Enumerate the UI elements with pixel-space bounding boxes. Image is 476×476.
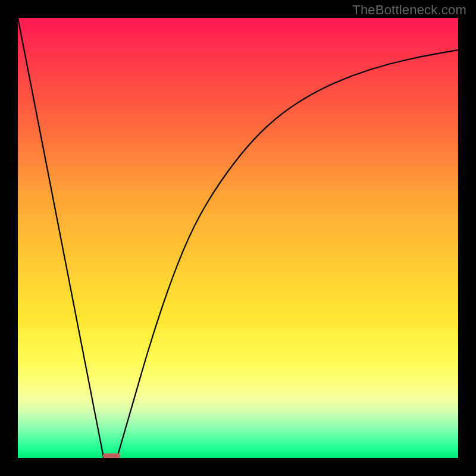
chart-frame: TheBottleneck.com	[0, 0, 476, 476]
curve-left-segment	[18, 18, 104, 458]
curve-svg	[18, 18, 458, 458]
minimum-marker	[103, 453, 120, 458]
curve-right-segment	[117, 50, 459, 458]
plot-area	[18, 18, 458, 458]
curve-layer	[18, 18, 458, 458]
watermark-text: TheBottleneck.com	[352, 2, 466, 18]
